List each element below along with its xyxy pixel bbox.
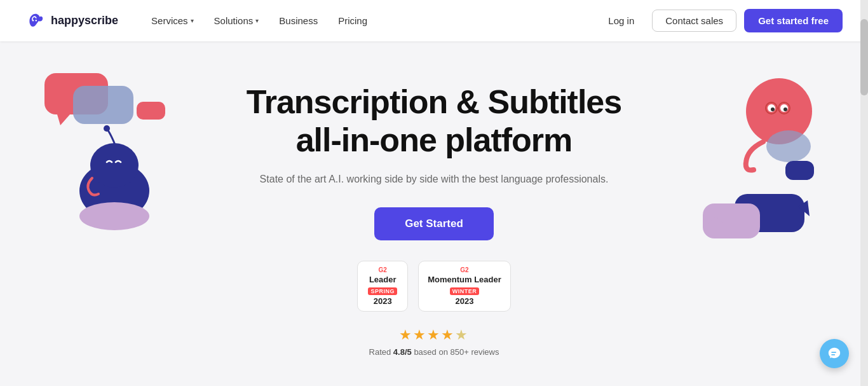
svg-point-7 xyxy=(90,143,139,188)
nav-right: Log in Contact sales Get started free xyxy=(598,9,843,32)
badge-leader: G2 Leader SPRING 2023 xyxy=(357,261,408,312)
svg-point-8 xyxy=(104,125,110,132)
badge-momentum-year: 2023 xyxy=(428,296,501,306)
svg-point-1 xyxy=(36,20,37,21)
hero-content: Transcription & Subtitles all-in-one pla… xyxy=(247,83,621,357)
rating-section: ★★★★★ Rated 4.8/5 based on 850+ reviews xyxy=(247,327,621,357)
navbar: happyscribe Services ▾ Solutions ▾ Busin… xyxy=(0,0,868,41)
chevron-down-icon: ▾ xyxy=(255,17,259,24)
badge-g2-label: G2 xyxy=(367,266,398,273)
badge-year: 2023 xyxy=(367,296,398,306)
star-rating: ★★★★★ xyxy=(399,327,469,343)
chat-support-button[interactable] xyxy=(820,339,849,368)
svg-rect-4 xyxy=(73,86,133,124)
svg-marker-3 xyxy=(57,114,70,125)
logo-icon xyxy=(25,11,46,31)
contact-sales-button[interactable]: Contact sales xyxy=(652,10,736,32)
badges-container: G2 Leader SPRING 2023 G2 Momentum Leader… xyxy=(247,261,621,312)
hero-subtitle: State of the art A.I. working side by si… xyxy=(247,171,621,188)
nav-pricing[interactable]: Pricing xyxy=(330,10,375,31)
nav-services[interactable]: Services ▾ xyxy=(144,10,201,31)
svg-point-18 xyxy=(766,130,811,162)
hero-section: Transcription & Subtitles all-in-one pla… xyxy=(0,41,868,386)
rating-text: Rated 4.8/5 based on 850+ reviews xyxy=(369,347,499,357)
badge-leader-title: Leader xyxy=(367,275,398,284)
svg-rect-23 xyxy=(785,161,814,180)
badge-g2-label-2: G2 xyxy=(428,266,501,273)
hero-illustration-left xyxy=(38,67,191,245)
svg-rect-5 xyxy=(137,102,165,120)
hero-illustration-right xyxy=(690,67,830,245)
chevron-down-icon: ▾ xyxy=(191,17,194,24)
badge-season-label: SPRING xyxy=(368,287,397,295)
scrollbar-thumb[interactable] xyxy=(860,19,868,95)
badge-momentum: G2 Momentum Leader WINTER 2023 xyxy=(418,261,511,312)
logo-link[interactable]: happyscribe xyxy=(25,11,118,31)
login-button[interactable]: Log in xyxy=(598,10,644,31)
badge-momentum-title: Momentum Leader xyxy=(428,275,501,284)
svg-point-13 xyxy=(771,107,775,111)
logo-text: happyscribe xyxy=(51,14,118,27)
nav-business[interactable]: Business xyxy=(271,10,325,31)
svg-point-14 xyxy=(783,107,787,111)
hero-title: Transcription & Subtitles all-in-one pla… xyxy=(247,83,621,160)
get-started-hero-button[interactable]: Get Started xyxy=(374,207,494,240)
nav-solutions[interactable]: Solutions ▾ xyxy=(207,10,267,31)
svg-point-9 xyxy=(79,202,149,230)
nav-links: Services ▾ Solutions ▾ Business Pricing xyxy=(144,10,598,31)
badge-momentum-season: WINTER xyxy=(450,287,480,295)
get-started-nav-button[interactable]: Get started free xyxy=(744,9,843,32)
chat-icon xyxy=(827,347,841,361)
svg-point-0 xyxy=(32,20,34,21)
scrollbar[interactable] xyxy=(860,0,868,386)
